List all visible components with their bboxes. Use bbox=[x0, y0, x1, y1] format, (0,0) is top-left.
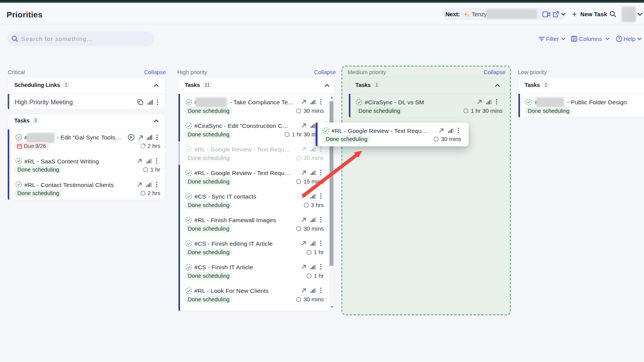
svg-text:?: ? bbox=[618, 37, 620, 41]
